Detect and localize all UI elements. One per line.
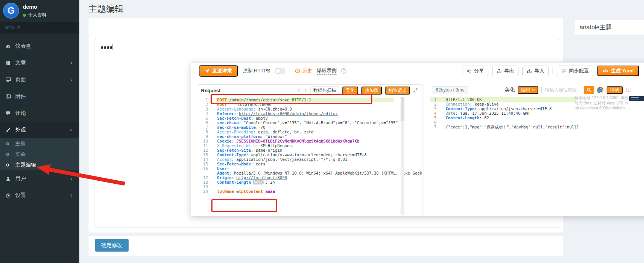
packet-scan-button[interactable]: 数据包扫描 [310, 87, 339, 95]
sync-icon [561, 69, 567, 73]
user-icon [5, 176, 11, 181]
code-line: 20tplName=&tplContent=aaaa [197, 189, 422, 194]
encode-dropdown-button[interactable]: 编码 [518, 86, 538, 94]
share-button[interactable]: 分享 [462, 66, 488, 76]
response-viewer[interactable]: 1HTTP/1.1·200·OK2Connection:·keep-alive3… [426, 96, 644, 215]
expand-icon[interactable] [413, 88, 418, 93]
circle-icon [5, 152, 11, 157]
construct-request-button[interactable]: 构造请求 [385, 87, 410, 95]
request-editor[interactable]: 1POST·/admin/themes/editor/save·HTTP/1.1… [197, 97, 422, 215]
response-tools: 美化 编码 详情 [505, 86, 631, 94]
beautify-response-button[interactable]: 美化 [505, 87, 515, 93]
request-scrollbar[interactable] [401, 97, 404, 215]
chevron-left-icon [69, 77, 73, 82]
confirm-modify-button[interactable]: 确定修改 [95, 239, 129, 252]
user-name: demo [23, 4, 37, 10]
editor-footer: 确定修改 [89, 236, 563, 256]
blast-example-link[interactable]: 爆破示例 [317, 67, 336, 75]
code-line: 6sec-ch-ua:·"Google·Chrome";v="135",·"No… [197, 120, 422, 125]
beautify-request-button[interactable]: 美化 [342, 87, 358, 95]
search-button[interactable] [584, 86, 594, 94]
detail-button[interactable]: 详情 [607, 86, 623, 94]
code-line: 13Content-Type:·application/x-www-form-u… [197, 152, 422, 157]
code-line: 19 [197, 184, 422, 189]
fuzzer-toolbar: 发送请求 强制 HTTPS 历史 爆破示例 ? 分享 导出 [191, 63, 644, 79]
code-line: 4Referer:·http://localhost:8090/admin/th… [197, 111, 422, 116]
force-https-toggle[interactable] [275, 68, 285, 74]
sidebar-item-pages[interactable]: 页面 [0, 71, 79, 88]
sidebar-item-attachments[interactable]: 附件 [0, 88, 79, 105]
open-in-chrome-icon[interactable] [597, 87, 604, 93]
sidebar-item-theme-editor[interactable]: 主题编辑 [0, 160, 79, 170]
share-icon [467, 69, 472, 74]
code-line: 17Origin:·http://localhost:8090 [197, 175, 422, 180]
chevron-right-icon[interactable] [304, 88, 307, 93]
question-circle-icon[interactable]: ? [341, 68, 346, 74]
code-line: 9sec-ch-ua-platform:·"Windows" [197, 134, 422, 139]
code-line: 5Content-Length:·62 [426, 115, 644, 120]
send-request-button[interactable]: 发送请求 [199, 65, 238, 77]
request-panel-header: Request 数据包扫描 美化 热加载 构造请求 [197, 85, 422, 96]
online-status-icon [23, 14, 26, 17]
request-panel: Request 数据包扫描 美化 热加载 构造请求 1POST·/admin/t… [197, 84, 422, 215]
sidebar-item-label: 评论 [15, 110, 26, 117]
sidebar-item-label: 页面 [15, 76, 26, 83]
code-line: 6 [426, 120, 644, 125]
dashboard-icon [5, 43, 11, 49]
sidebar-item-menus[interactable]: 菜单 [0, 149, 79, 160]
page-title: 主题编辑 [89, 3, 124, 15]
paper-plane-icon [205, 69, 210, 74]
sidebar-item-appearance[interactable]: 外观 [0, 122, 79, 138]
history-button[interactable]: 历史 [295, 67, 312, 74]
sidebar-item-comments[interactable]: 评论 [0, 105, 79, 122]
import-button[interactable]: 导入 [522, 66, 549, 76]
code-line: 14Accept:·application/json,·text/javascr… [197, 157, 422, 162]
sidebar: G demo 个人资料 MENUS 仪表盘文章页面附件评论外观主题菜单主题编辑用… [0, 0, 79, 263]
comment-icon [5, 111, 11, 116]
sidebar-item-settings[interactable]: 设置 [0, 187, 79, 204]
divider [552, 67, 553, 74]
divider [290, 67, 290, 74]
sidebar-item-users[interactable]: 用户 [0, 170, 79, 187]
request-nav [297, 88, 307, 93]
sidebar-item-label: 菜单 [15, 151, 26, 158]
code-line: 12Sec-Fetch-Site:·same-origin [197, 148, 422, 152]
sidebar-item-theme[interactable]: 主题 [0, 138, 79, 149]
circle-icon [5, 141, 11, 146]
code-line: 15Sec-Fetch-Mode:·cors [197, 162, 422, 166]
user-profile-link[interactable]: 个人资料 [23, 12, 47, 18]
sidebar-item-label: 主题 [15, 140, 26, 147]
sidebar-menu: 仪表盘文章页面附件评论外观主题菜单主题编辑用户设置 [0, 34, 79, 204]
code-line: 8Accept-Encoding:·gzip,·deflate,·br,·zst… [197, 130, 422, 134]
sidebar-item-label: 文章 [15, 59, 26, 66]
chevron-left-icon[interactable] [297, 88, 300, 93]
chevron-left-icon [69, 193, 73, 198]
code-line: 7{"code":1,"msg":"保存成功！","devMsg":null,"… [426, 125, 644, 130]
feedback-chat-icon[interactable] [626, 87, 631, 93]
book-icon [5, 60, 11, 66]
hot-reload-button[interactable]: 热加载 [361, 87, 382, 95]
panel-divider [423, 84, 423, 215]
request-title: Request [201, 88, 221, 93]
sync-config-button[interactable]: 同步配置 [557, 66, 593, 76]
gear-icon [5, 193, 11, 198]
response-stats-badge: 62bytes / 3ms [432, 86, 468, 94]
theme-list-item-anatole[interactable]: anatole主题 [575, 20, 644, 35]
response-panel-header: 62bytes / 3ms 美化 编码 详情 [426, 84, 644, 96]
generate-yaml-button[interactable]: </> 生成 Yaml [597, 66, 639, 76]
search-icon [587, 88, 591, 92]
export-button[interactable]: 导出 [492, 66, 518, 76]
text-caret [113, 44, 113, 50]
code-line: 16User-Agent:·Mozilla/5.0·(Windows·NT·10… [197, 166, 422, 175]
logo-letter: G [8, 5, 15, 16]
locate-response-input[interactable] [541, 86, 584, 94]
code-line: 1POST·/admin/themes/editor/save·HTTP/1.1 [197, 98, 422, 102]
code-line: 4Date:·Tue,·17·Jun·2025·11:40:40·GMT [426, 111, 644, 115]
toolbar-right-group: 分享 导出 导入 同步配置 </> 生成 Yaml [462, 66, 644, 76]
import-icon [527, 69, 532, 74]
sidebar-item-dashboard[interactable]: 仪表盘 [0, 38, 79, 55]
sidebar-item-posts[interactable]: 文章 [0, 55, 79, 71]
app-logo[interactable]: G [3, 3, 19, 19]
code-tag-icon: </> [602, 69, 609, 73]
sidebar-item-label: 主题编辑 [15, 162, 36, 168]
